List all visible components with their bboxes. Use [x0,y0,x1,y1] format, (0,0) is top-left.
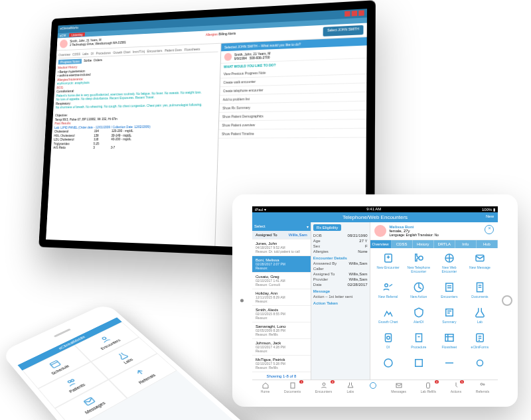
footer-tab[interactable]: 4Lab Refills [421,382,436,393]
list-item[interactable]: Jones, John04/18/2017 9:52 AMReason: Dr.… [252,240,311,256]
close-icon[interactable]: ✕ [485,225,494,234]
pagination: Showing 1-8 of 8 [252,373,311,380]
hub-icon[interactable]: AlertDI [405,307,433,329]
rx-eligibility-button[interactable]: Rx Eligibility [313,224,341,231]
message-value: Action – 1st letter sent [313,294,368,299]
hub-icon[interactable]: New Action [405,281,433,304]
section-action-taken: Action Taken [313,301,368,305]
footer-tab[interactable]: 5Actions [451,382,461,393]
tab-ecw[interactable]: eCW [60,34,66,38]
svg-point-24 [102,336,106,340]
assistant-option[interactable]: Show Patient Timeline [218,129,366,139]
nav-imm[interactable]: Imm/T.Inj [133,49,145,53]
speaker-icon [54,328,71,338]
nav-procedures[interactable]: Procedures [96,51,111,55]
hub-icon[interactable]: New Telephone Encounter [405,252,433,279]
nav-encounters[interactable]: Encounters [147,48,162,53]
select-header[interactable]: Select [254,224,266,229]
nav-di[interactable]: DI [91,52,94,56]
hub-icon[interactable]: Procedure [405,332,433,354]
hub-tab[interactable]: History [413,240,434,248]
list-item[interactable]: Cusato, Greg02/10/2017 1:41 AMReason: Co… [252,273,311,289]
list-item[interactable]: Johnson, Jack02/10/2017 4:28 PMReason: [252,339,311,356]
hub-icon[interactable] [374,357,402,376]
nav-docs[interactable]: Patient Docs [165,48,182,52]
hub-icon[interactable]: New Encounter [374,252,402,279]
window-controls[interactable] [343,10,364,17]
encounter-list: Select ▾ Assigned To Willis,Sam Jones, J… [252,222,311,380]
carrier: iPad ▾ [255,207,266,212]
battery-icon: 100% ▮ [482,207,495,212]
list-item[interactable]: Samaraghi, Lono02/05/2009 8:28 PMReason:… [252,322,311,339]
clock: 9:41 AM [366,207,381,212]
hub-icon[interactable]: New Web Encounter [435,252,463,279]
tab-progress-notes[interactable]: Progress Notes [58,59,82,65]
section-encounter-details: Encounter Details [313,256,368,260]
svg-rect-11 [445,334,453,342]
billing-alerts[interactable]: Billing Alerts [218,31,236,36]
list-item[interactable]: McTigue, Patrick02/10/2017 5:28 PMReason… [252,356,311,372]
hub-patient-lang: Language: English Translator: No [390,233,439,237]
nav-flowsheets[interactable]: Flowsheets [185,47,200,52]
hub-icon[interactable] [435,357,463,376]
allergies-label[interactable]: Allergies [206,33,218,37]
assigned-to-label: Assigned To [256,233,277,237]
home-button[interactable] [502,295,512,306]
svg-point-1 [419,256,423,260]
svg-point-10 [386,336,390,340]
nav-cdss[interactable]: CDSS [72,52,80,56]
hub-tab[interactable]: CDSS [392,240,413,248]
encounter-detail: Rx Eligibility DOB08/21/1990Age27 YSexFA… [311,222,370,380]
assigned-to-value[interactable]: Willis,Sam [289,233,307,237]
tablet-device: iPad ▾ 9:41 AM 100% ▮ Telephone/Web Enco… [232,194,518,407]
list-item[interactable]: Holiday, Ann12/11/2015 8:29 AMReason: [252,289,311,306]
chart-panel: Overview CDSS Labs DI Procedures Growth … [46,44,220,246]
footer-tab[interactable]: 4Encounters [315,382,332,393]
footer-tab[interactable] [369,382,377,393]
filter-icon[interactable]: ▾ [307,224,309,229]
hub-icon[interactable]: Summary [435,307,463,329]
footer-tab[interactable]: Messages [391,382,406,393]
hub-tab[interactable]: DRTLA [434,240,455,248]
hub-icon[interactable]: Encounters [435,281,463,304]
hub-icon[interactable]: Documents [466,281,494,304]
svg-point-18 [370,383,376,389]
nav-growth[interactable]: Growth Chart [113,50,130,54]
tab-orders[interactable]: Orders [94,58,103,63]
svg-rect-23 [50,360,60,368]
nav-overview[interactable]: Overview [58,52,70,56]
new-button[interactable]: New [486,214,494,218]
hub-icon[interactable]: New Referral [374,281,402,304]
hub-icon[interactable]: Lab [466,307,494,329]
screen-title: Telephone/Web Encounters New [252,212,498,222]
hub-icon[interactable] [466,357,494,376]
footer-tab[interactable]: Labs [346,382,354,393]
patient-hub: Melissa Boni female, 27y Language: Engli… [370,222,498,380]
list-item[interactable]: Boni, Melissa02/28/2017 2:07 PMReason: [252,256,311,273]
tab-scribe[interactable]: Scribe [84,58,92,64]
bottom-tab-bar: Home1Documents4EncountersLabsMessages4La… [252,380,498,395]
svg-point-17 [323,383,325,385]
select-patient-button[interactable]: Select JOHN SMITH [323,25,364,36]
hub-tab[interactable]: Overview [370,240,392,248]
hub-icon[interactable]: DI [374,332,402,354]
hub-tab[interactable]: Info [455,240,477,248]
hub-icon[interactable] [405,357,433,376]
hub-icon[interactable]: eCliniForms [466,332,494,354]
footer-tab[interactable]: 1Documents [284,382,301,393]
avatar [224,53,232,61]
hub-icon[interactable]: Growth Chart [374,307,402,329]
footer-tab[interactable]: Home [261,382,269,393]
lab-table: Cholesterol194125-200 - mg/dLHDL Cholest… [53,128,215,150]
hub-tab[interactable]: Hub [477,240,498,248]
svg-point-4 [384,284,388,287]
hub-icon[interactable]: New Message [466,252,494,279]
assist-phone: 508-836-2700 [250,55,270,60]
svg-rect-9 [385,334,391,342]
list-item[interactable]: Smith, Alexis02/10/2015 8:55 PMReason: [252,306,311,322]
nav-labs[interactable]: Labs [82,52,89,56]
footer-tab[interactable]: Referrals [476,382,489,393]
hub-icon[interactable]: Flowsheet [435,332,463,354]
svg-rect-20 [427,383,430,388]
svg-point-21 [481,384,483,385]
